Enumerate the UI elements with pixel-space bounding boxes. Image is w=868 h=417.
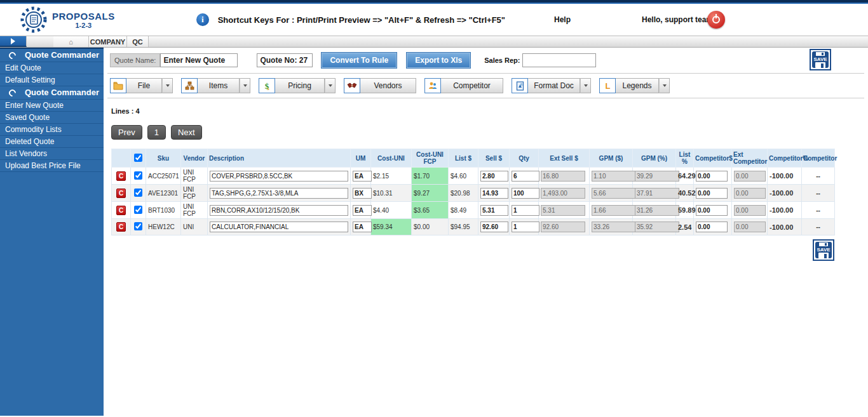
row-c-badge[interactable]: C [116, 189, 126, 198]
row-c-badge[interactable]: C [116, 171, 126, 181]
table-row: C ACC25071 UNI FCP $2.15 $1.70 $4.60 64.… [112, 168, 835, 185]
page-number-button[interactable]: 1 [147, 125, 166, 140]
quote-name-input[interactable] [160, 53, 238, 67]
toolbar-competitor-button[interactable]: Competitor [441, 78, 503, 93]
vendors-icon[interactable] [344, 78, 360, 93]
tab-expand-arrow[interactable] [0, 36, 27, 47]
sidebar-item-enter-new-quote[interactable]: Enter New Quote [0, 100, 104, 112]
save-button[interactable]: SAVE [813, 239, 834, 263]
gpm-pct-field [635, 205, 679, 216]
gpm-dollar-field [592, 222, 636, 232]
ext-competitor-field [734, 171, 766, 182]
svg-text:L: L [605, 81, 610, 90]
next-page-button[interactable]: Next [171, 125, 202, 140]
row-c-badge[interactable]: C [116, 222, 126, 232]
qty-input[interactable] [512, 222, 539, 232]
col-gpm-dollar: GPM ($) [590, 149, 633, 168]
info-icon: i [196, 13, 209, 26]
row-checkbox[interactable] [134, 222, 142, 230]
sidebar-item-list-vendors[interactable]: List Vendors [0, 148, 104, 160]
um-input[interactable] [353, 222, 372, 232]
toolbar: File Items $s Pricing [104, 74, 868, 98]
sell-price-input[interactable] [480, 188, 508, 199]
competitor-dollar-input[interactable] [696, 188, 728, 199]
legends-dropdown-arrow[interactable] [659, 78, 670, 93]
col-competitor-dollar: Competitor$ [694, 149, 732, 168]
competitor-dollar-input[interactable] [696, 222, 728, 232]
competitor-dollar-input[interactable] [696, 205, 728, 216]
row-c-badge[interactable]: C [116, 206, 126, 215]
items-icon[interactable] [181, 78, 198, 93]
row-checkbox[interactable] [134, 206, 142, 214]
sidebar-item-saved-quote[interactable]: Saved Quote [0, 112, 104, 124]
description-input[interactable] [210, 171, 348, 182]
sidebar-item-edit-quote[interactable]: Edit Quote [0, 62, 104, 74]
help-link[interactable]: Help [554, 15, 571, 24]
col-ext-competitor: Ext Competitor [732, 149, 768, 168]
lines-count-label: Lines : 4 [111, 107, 868, 115]
competitor-pct-cell: -100.00 [768, 219, 802, 235]
col-competitor: Competitor [802, 149, 835, 168]
row-checkbox[interactable] [134, 171, 142, 180]
export-to-xls-button[interactable]: Export to Xls [407, 53, 470, 68]
description-input[interactable] [210, 222, 348, 232]
col-list: List $ [449, 149, 478, 168]
competitor-cell: -- [802, 185, 835, 202]
table-row: C AVE12301 UNI FCP $10.31 $9.27 $20.98 4… [112, 185, 835, 202]
pricing-icon[interactable]: $s [259, 78, 275, 93]
qty-input[interactable] [512, 188, 539, 199]
sales-rep-label: Sales Rep: [484, 56, 520, 64]
col-cost-uni: Cost-UNI [371, 149, 412, 168]
sidebar-item-commodity-lists[interactable]: Commodity Lists [0, 124, 104, 136]
folder-icon[interactable] [110, 78, 126, 93]
qty-input[interactable] [512, 205, 539, 216]
format-doc-icon[interactable] [512, 78, 528, 93]
toolbar-group-vendors: Vendors [344, 78, 416, 93]
sell-price-input[interactable] [480, 171, 508, 182]
items-dropdown-arrow[interactable] [240, 78, 250, 93]
format-doc-dropdown-arrow[interactable] [580, 78, 591, 93]
cost-uni-fcp-cell: $1.70 [412, 168, 449, 185]
tab-qc[interactable]: QC [127, 36, 149, 47]
toolbar-format-doc-button[interactable]: Format Doc [528, 78, 580, 93]
toolbar-group-pricing: $s Pricing [259, 78, 336, 93]
shortcut-keys-text: Shortcut Keys For : Print/Print Preview … [218, 15, 505, 25]
um-input[interactable] [353, 188, 372, 199]
sell-price-input[interactable] [480, 222, 508, 232]
row-checkbox[interactable] [134, 189, 142, 197]
competitor-dollar-input[interactable] [696, 171, 728, 182]
description-input[interactable] [210, 205, 348, 216]
convert-to-rule-button[interactable]: Convert To Rule [322, 53, 397, 68]
toolbar-vendors-button[interactable]: Vendors [360, 78, 416, 93]
sidebar-item-upload-best-price-file[interactable]: Upload Best Price File [0, 160, 104, 172]
toolbar-pricing-button[interactable]: Pricing [275, 78, 325, 93]
tab-company[interactable]: COMPANY [89, 36, 127, 47]
competitor-icon[interactable] [424, 78, 441, 93]
legends-icon[interactable]: L [599, 78, 616, 93]
toolbar-legends-button[interactable]: Legends [616, 78, 659, 93]
toolbar-group-competitor: Competitor [424, 78, 503, 93]
col-um: UM [351, 149, 371, 168]
sell-price-input[interactable] [480, 205, 508, 216]
toolbar-file-button[interactable]: File [126, 78, 162, 93]
sales-rep-input[interactable] [522, 53, 596, 67]
um-input[interactable] [353, 205, 372, 216]
qty-input[interactable] [512, 171, 539, 182]
logout-power-icon[interactable] [707, 11, 725, 29]
sidebar-item-deleted-quote[interactable]: Deleted Quote [0, 136, 104, 148]
tab-home[interactable]: ⌂ [53, 36, 89, 47]
file-dropdown-arrow[interactable] [162, 78, 173, 93]
select-all-checkbox[interactable] [134, 154, 142, 162]
quote-table-body: C ACC25071 UNI FCP $2.15 $1.70 $4.60 64.… [112, 168, 835, 235]
description-input[interactable] [210, 188, 348, 199]
pricing-dropdown-arrow[interactable] [325, 78, 336, 93]
sidebar-item-default-setting[interactable]: Default Setting [0, 74, 104, 86]
quote-name-label: Quote Name: [110, 53, 160, 67]
prev-page-button[interactable]: Prev [111, 125, 142, 140]
quote-no-input[interactable] [257, 53, 313, 67]
competitor-cell: -- [802, 219, 835, 235]
toolbar-items-button[interactable]: Items [198, 78, 240, 93]
gpm-dollar-field [592, 171, 636, 182]
save-button[interactable]: SAVE [810, 49, 831, 73]
um-input[interactable] [353, 171, 372, 182]
